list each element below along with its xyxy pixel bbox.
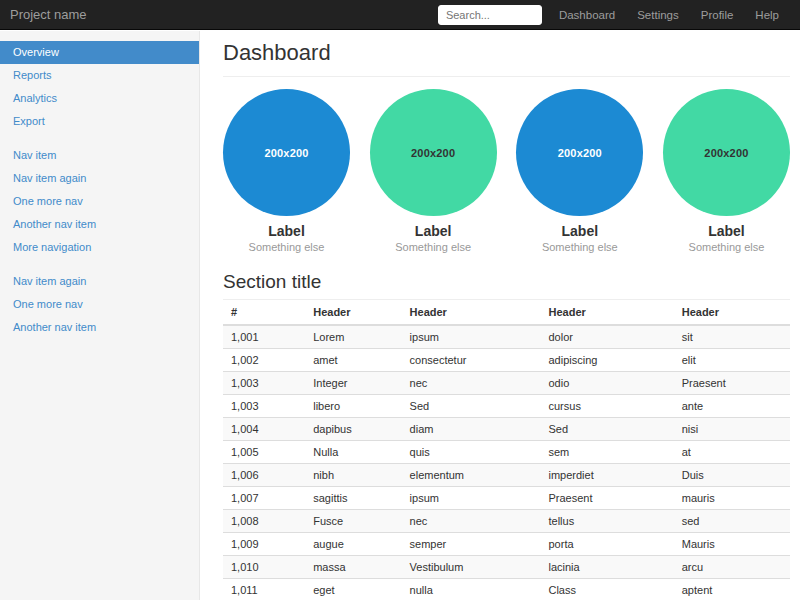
navbar-link-profile[interactable]: Profile — [690, 9, 745, 21]
sidebar-item-another-nav-item[interactable]: Another nav item — [0, 316, 199, 339]
table-cell: quis — [402, 441, 541, 464]
table-cell: mauris — [674, 487, 790, 510]
sidebar-item-nav-item-again[interactable]: Nav item again — [0, 167, 199, 190]
placeholder-card: 200x200LabelSomething else — [663, 89, 790, 254]
table-row: 1,008Fuscenectellussed — [223, 510, 790, 533]
brand-title[interactable]: Project name — [10, 7, 87, 22]
column-header: Header — [540, 300, 673, 325]
placeholder-image: 200x200 — [663, 89, 790, 216]
table-cell: sit — [674, 325, 790, 349]
sidebar-item-more-navigation[interactable]: More navigation — [0, 236, 199, 259]
table-cell: Praesent — [540, 487, 673, 510]
table-cell: 1,003 — [223, 395, 305, 418]
placeholder-card: 200x200LabelSomething else — [223, 89, 350, 254]
page-title: Dashboard — [223, 37, 790, 77]
table-cell: amet — [305, 349, 401, 372]
table-cell: massa — [305, 556, 401, 579]
table-cell: lacinia — [540, 556, 673, 579]
table-cell: nibh — [305, 464, 401, 487]
placeholder-sublabel: Something else — [249, 241, 325, 254]
table-cell: Mauris — [674, 533, 790, 556]
sidebar-item-export[interactable]: Export — [0, 110, 199, 133]
placeholder-row: 200x200LabelSomething else200x200LabelSo… — [223, 89, 790, 254]
table-cell: Praesent — [674, 372, 790, 395]
table-row: 1,003IntegernecodioPraesent — [223, 372, 790, 395]
table-cell: porta — [540, 533, 673, 556]
main-content: Dashboard 200x200LabelSomething else200x… — [201, 0, 800, 600]
table-cell: Fusce — [305, 510, 401, 533]
table-cell: 1,008 — [223, 510, 305, 533]
table-cell: Nulla — [305, 441, 401, 464]
table-cell: 1,003 — [223, 372, 305, 395]
table-row: 1,005Nullaquissemat — [223, 441, 790, 464]
table-row: 1,004dapibusdiamSednisi — [223, 418, 790, 441]
table-row: 1,001Loremipsumdolorsit — [223, 325, 790, 349]
table-cell: elit — [674, 349, 790, 372]
navbar-link-settings[interactable]: Settings — [626, 9, 690, 21]
placeholder-sublabel: Something else — [395, 241, 471, 254]
table-cell: Duis — [674, 464, 790, 487]
sidebar-nav: OverviewReportsAnalyticsExportNav itemNa… — [0, 31, 200, 600]
sidebar-item-one-more-nav[interactable]: One more nav — [0, 190, 199, 213]
sidebar-item-one-more-nav[interactable]: One more nav — [0, 293, 199, 316]
table-row: 1,003liberoSedcursusante — [223, 395, 790, 418]
table-cell: 1,009 — [223, 533, 305, 556]
sidebar-item-nav-item-again[interactable]: Nav item again — [0, 270, 199, 293]
navbar-link-dashboard[interactable]: Dashboard — [548, 9, 626, 21]
placeholder-image: 200x200 — [516, 89, 643, 216]
search-input[interactable] — [438, 5, 542, 25]
column-header: Header — [305, 300, 401, 325]
table-cell: dolor — [540, 325, 673, 349]
table-cell: adipiscing — [540, 349, 673, 372]
table-cell: Lorem — [305, 325, 401, 349]
table-cell: arcu — [674, 556, 790, 579]
navbar-links: DashboardSettingsProfileHelp — [548, 9, 790, 21]
placeholder-label: Label — [415, 223, 452, 240]
table-cell: ante — [674, 395, 790, 418]
placeholder-card: 200x200LabelSomething else — [370, 89, 497, 254]
placeholder-card: 200x200LabelSomething else — [516, 89, 643, 254]
column-header: Header — [402, 300, 541, 325]
sidebar-group: Nav itemNav item againOne more navAnothe… — [0, 144, 199, 259]
sidebar-group: OverviewReportsAnalyticsExport — [0, 41, 199, 133]
table-cell: imperdiet — [540, 464, 673, 487]
table-cell: 1,004 — [223, 418, 305, 441]
table-cell: cursus — [540, 395, 673, 418]
table-row: 1,011egetnullaClassaptent — [223, 579, 790, 600]
table-row: 1,007sagittisipsumPraesentmauris — [223, 487, 790, 510]
placeholder-sublabel: Something else — [542, 241, 618, 254]
table-head: #HeaderHeaderHeaderHeader — [223, 300, 790, 325]
placeholder-label: Label — [268, 223, 305, 240]
table-cell: augue — [305, 533, 401, 556]
section-title: Section title — [223, 270, 790, 300]
table-cell: 1,011 — [223, 579, 305, 600]
sidebar-item-analytics[interactable]: Analytics — [0, 87, 199, 110]
table-cell: ipsum — [402, 325, 541, 349]
table-cell: elementum — [402, 464, 541, 487]
table-cell: aptent — [674, 579, 790, 600]
sidebar-item-another-nav-item[interactable]: Another nav item — [0, 213, 199, 236]
sidebar-item-overview[interactable]: Overview — [0, 41, 199, 64]
table-row: 1,006nibhelementumimperdietDuis — [223, 464, 790, 487]
sidebar-item-nav-item[interactable]: Nav item — [0, 144, 199, 167]
table-cell: nisi — [674, 418, 790, 441]
table-cell: nec — [402, 510, 541, 533]
table-cell: diam — [402, 418, 541, 441]
table-cell: consectetur — [402, 349, 541, 372]
table-row: 1,010massaVestibulumlaciniaarcu — [223, 556, 790, 579]
table-cell: Integer — [305, 372, 401, 395]
table-cell: sagittis — [305, 487, 401, 510]
navbar-link-help[interactable]: Help — [744, 9, 790, 21]
sidebar-item-reports[interactable]: Reports — [0, 64, 199, 87]
table-cell: sem — [540, 441, 673, 464]
column-header: Header — [674, 300, 790, 325]
table-cell: at — [674, 441, 790, 464]
table-cell: nulla — [402, 579, 541, 600]
table-cell: tellus — [540, 510, 673, 533]
table-cell: 1,007 — [223, 487, 305, 510]
table-cell: eget — [305, 579, 401, 600]
placeholder-label: Label — [562, 223, 599, 240]
table-cell: Sed — [402, 395, 541, 418]
table-cell: ipsum — [402, 487, 541, 510]
table-cell: 1,002 — [223, 349, 305, 372]
